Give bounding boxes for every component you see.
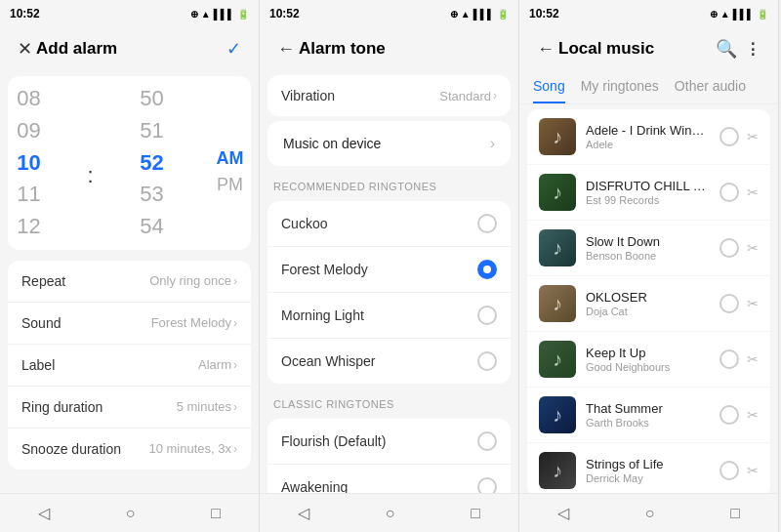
song-keepup[interactable]: ♪ Keep It Up Good Neighbours ✂ (527, 332, 770, 388)
ringtone-forest[interactable]: Forest Melody (267, 247, 511, 293)
disfruto-radio[interactable] (719, 183, 739, 202)
keepup-scissors-icon[interactable]: ✂ (747, 351, 759, 367)
keepup-thumb: ♪ (539, 341, 576, 378)
vibration-value: Standard › (439, 89, 497, 103)
sound-row[interactable]: Sound Forest Melody › (8, 303, 251, 345)
tab-my-ringtones[interactable]: My ringtones (581, 70, 659, 103)
min-52: 52 (133, 148, 172, 179)
awakening-radio[interactable] (477, 477, 497, 493)
morning-label: Morning Light (281, 307, 364, 323)
song-slowdown[interactable]: ♪ Slow It Down Benson Boone ✂ (527, 221, 770, 276)
recents-nav-3[interactable]: □ (730, 505, 740, 522)
confirm-button[interactable]: ✓ (223, 34, 245, 63)
recommended-header: RECOMMENDED RINGTONES (260, 171, 518, 196)
vibration-chevron: › (493, 89, 497, 102)
ringtone-ocean[interactable]: Ocean Whisper (267, 339, 511, 384)
song-disfruto[interactable]: ♪ DISFRUTO CHILL POP (... Est 99 Records… (527, 165, 770, 221)
alarm-settings-card: Repeat Only ring once › Sound Forest Mel… (8, 261, 251, 470)
local-music-header: ← Local music 🔍 ⋮ (519, 27, 778, 70)
ampm-column[interactable]: AM PM (211, 84, 250, 242)
sound-chevron: › (233, 316, 237, 330)
adele-radio[interactable] (719, 127, 739, 146)
recents-nav-2[interactable]: □ (471, 505, 480, 522)
local-music-back-button[interactable]: ← (533, 35, 558, 63)
status-time-3: 10:52 (529, 7, 559, 20)
ring-duration-row[interactable]: Ring duration 5 minutes › (8, 387, 251, 429)
music-on-device-row[interactable]: Music on device › (267, 121, 511, 166)
repeat-row[interactable]: Repeat Only ring once › (8, 261, 251, 303)
am-option[interactable]: AM (211, 146, 250, 171)
minute-column[interactable]: 50 51 52 53 54 (133, 84, 172, 242)
recents-nav-1[interactable]: □ (211, 505, 221, 522)
status-time-1: 10:52 (10, 7, 40, 20)
battery-icon-2: 🔋 (497, 9, 509, 20)
tab-song[interactable]: Song (533, 70, 565, 103)
keepup-radio[interactable] (719, 349, 739, 369)
alarm-tone-back-button[interactable]: ← (273, 35, 299, 63)
back-nav-3[interactable]: ◁ (557, 504, 569, 522)
music-on-device-card[interactable]: Music on device › (267, 121, 511, 166)
slowdown-thumb: ♪ (539, 229, 576, 266)
add-alarm-header: ✕ Add alarm ✓ (0, 27, 259, 70)
hour-08: 08 (9, 84, 48, 114)
label-row[interactable]: Label Alarm › (8, 345, 251, 387)
music-tabs: Song My ringtones Other audio (519, 70, 778, 104)
thatsummer-actions: ✂ (719, 405, 759, 425)
strings-scissors-icon[interactable]: ✂ (747, 463, 759, 478)
signal-icon-3: ▌▌▌ (733, 9, 754, 20)
flourish-radio[interactable] (477, 431, 497, 451)
slowdown-scissors-icon[interactable]: ✂ (747, 240, 759, 256)
forest-radio[interactable] (477, 260, 497, 279)
okloser-radio[interactable] (719, 294, 739, 313)
recommended-ringtones-card: Cuckoo Forest Melody Morning Light Ocean… (267, 201, 511, 384)
add-alarm-panel: 10:52 ⊕ ▲ ▌▌▌ 🔋 ✕ Add alarm ✓ 08 09 10 1… (0, 0, 260, 532)
strings-radio[interactable] (719, 461, 739, 480)
home-nav-3[interactable]: ○ (645, 505, 655, 522)
song-okloser[interactable]: ♪ OKLOSER Doja Cat ✂ (527, 276, 770, 332)
cuckoo-radio[interactable] (477, 214, 497, 233)
close-button[interactable]: ✕ (14, 34, 36, 63)
tab-other-audio[interactable]: Other audio (675, 70, 746, 103)
adele-scissors-icon[interactable]: ✂ (747, 129, 759, 144)
ring-duration-value: 5 minutes › (177, 399, 237, 414)
disfruto-scissors-icon[interactable]: ✂ (747, 184, 759, 200)
hour-12: 12 (9, 212, 48, 242)
search-button[interactable]: 🔍 (712, 34, 741, 63)
bluetooth-icon: ⊕ (190, 9, 198, 20)
song-thatsummer[interactable]: ♪ That Summer Garth Brooks ✂ (527, 388, 770, 443)
classic-ringtones-card: Flourish (Default) Awakening Moment New … (267, 419, 511, 493)
thatsummer-scissors-icon[interactable]: ✂ (747, 407, 759, 423)
home-nav-1[interactable]: ○ (126, 505, 136, 522)
thatsummer-title: That Summer (586, 401, 710, 416)
cuckoo-label: Cuckoo (281, 216, 327, 231)
more-menu-button[interactable]: ⋮ (741, 36, 764, 62)
slowdown-info: Slow It Down Benson Boone (586, 234, 710, 262)
okloser-scissors-icon[interactable]: ✂ (747, 296, 759, 311)
snooze-chevron: › (233, 442, 237, 456)
snooze-row[interactable]: Snooze duration 10 minutes, 3x › (8, 429, 251, 470)
alarm-tone-header: ← Alarm tone (260, 27, 518, 70)
ringtone-awakening[interactable]: Awakening (267, 465, 511, 493)
song-adele[interactable]: ♪ Adele - I Drink Wine (O... Adele ✂ (527, 109, 770, 165)
pm-option[interactable]: PM (211, 173, 250, 197)
ringtone-morning[interactable]: Morning Light (267, 293, 511, 339)
thatsummer-radio[interactable] (719, 405, 739, 425)
time-picker[interactable]: 08 09 10 11 12 : 50 51 52 53 54 AM PM (8, 76, 251, 250)
hour-column[interactable]: 08 09 10 11 12 (9, 84, 48, 242)
vibration-row[interactable]: Vibration Standard › (267, 75, 511, 116)
back-nav-1[interactable]: ◁ (38, 504, 50, 522)
ringtone-cuckoo[interactable]: Cuckoo (267, 201, 511, 247)
ocean-radio[interactable] (477, 351, 497, 371)
status-icons-2: ⊕ ▲ ▌▌▌ 🔋 (450, 9, 509, 20)
min-54: 54 (133, 212, 172, 242)
home-nav-2[interactable]: ○ (386, 505, 395, 522)
hour-09: 09 (9, 116, 48, 146)
song-strings[interactable]: ♪ Strings of Life Derrick May ✂ (527, 443, 770, 493)
min-51: 51 (133, 116, 172, 146)
ringtone-flourish[interactable]: Flourish (Default) (267, 419, 511, 465)
back-nav-2[interactable]: ◁ (298, 504, 309, 522)
morning-radio[interactable] (477, 306, 497, 325)
label-chevron: › (233, 358, 237, 372)
slowdown-radio[interactable] (719, 238, 739, 258)
status-bar-3: 10:52 ⊕ ▲ ▌▌▌ 🔋 (519, 0, 778, 27)
